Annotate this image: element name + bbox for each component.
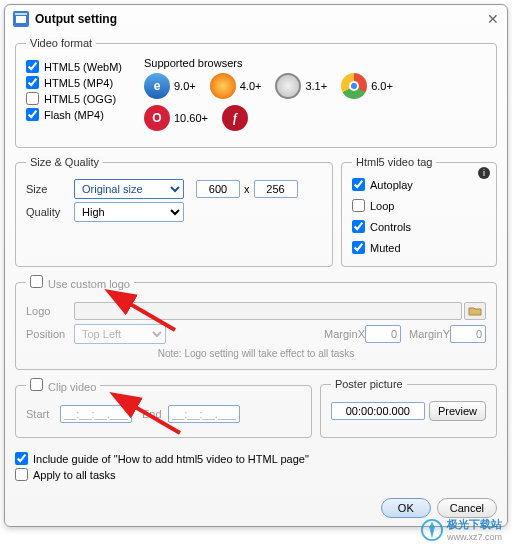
browse-icon xyxy=(464,302,486,320)
dialog-output-setting: Output setting ✕ Video format HTML5 (Web… xyxy=(4,4,508,527)
legend-clip-video: Clip video xyxy=(48,381,96,393)
info-icon[interactable]: i xyxy=(478,167,490,179)
watermark-url: www.xz7.com xyxy=(447,532,502,542)
legend-video-format: Video format xyxy=(26,37,96,49)
group-clip-video: Clip video Start End xyxy=(15,378,312,438)
input-marginy xyxy=(450,325,486,343)
label-quality: Quality xyxy=(26,206,74,218)
label-marginx: MarginX xyxy=(324,328,365,340)
legend-html5-tag: Html5 video tag xyxy=(352,156,436,168)
watermark: 极光下载站 www.xz7.com xyxy=(421,517,502,542)
checkbox-flash[interactable] xyxy=(26,108,39,121)
svg-rect-2 xyxy=(15,13,27,15)
select-quality[interactable]: High xyxy=(74,202,184,222)
checkbox-clip-video[interactable] xyxy=(30,378,43,391)
ok-button[interactable]: OK xyxy=(381,498,431,518)
checkbox-ogg[interactable] xyxy=(26,92,39,105)
input-start xyxy=(60,405,132,423)
dialog-title: Output setting xyxy=(35,12,117,26)
browsers-heading: Supported browsers xyxy=(144,57,486,69)
browser-row-1: e9.0+ 4.0+ 3.1+ 6.0+ xyxy=(144,73,486,99)
watermark-brand: 极光下载站 xyxy=(447,518,502,530)
cancel-button[interactable]: Cancel xyxy=(437,498,497,518)
checkbox-apply-all[interactable] xyxy=(15,468,28,481)
group-html5-tag: Html5 video tag i Autoplay Loop Controls… xyxy=(341,156,497,267)
legend-size-quality: Size & Quality xyxy=(26,156,103,168)
select-position: Top Left xyxy=(74,324,166,344)
label-x: x xyxy=(244,183,250,195)
svg-rect-1 xyxy=(16,16,26,23)
checkbox-include-guide[interactable] xyxy=(15,452,28,465)
input-poster-time[interactable] xyxy=(331,402,425,420)
label-end: End xyxy=(142,408,168,420)
browser-row-2: O10.60+ f xyxy=(144,105,486,131)
label-apply-all: Apply to all tasks xyxy=(33,469,116,481)
watermark-icon xyxy=(421,519,443,541)
label-include-guide: Include guide of "How to add html5 video… xyxy=(33,453,309,465)
input-width[interactable] xyxy=(196,180,240,198)
titlebar: Output setting ✕ xyxy=(5,5,507,29)
select-size[interactable]: Original size xyxy=(74,179,184,199)
ie-icon: e xyxy=(144,73,170,99)
preview-button[interactable]: Preview xyxy=(429,401,486,421)
group-size-quality: Size & Quality Size Original size x Qual… xyxy=(15,156,333,267)
label-mp4: HTML5 (MP4) xyxy=(44,77,113,89)
label-size: Size xyxy=(26,183,74,195)
legend-custom-logo: Use custom logo xyxy=(48,278,130,290)
close-icon[interactable]: ✕ xyxy=(487,11,499,27)
label-logo: Logo xyxy=(26,305,74,317)
checkbox-loop[interactable] xyxy=(352,199,365,212)
label-ogg: HTML5 (OGG) xyxy=(44,93,116,105)
input-end xyxy=(168,405,240,423)
input-height[interactable] xyxy=(254,180,298,198)
safari-icon xyxy=(275,73,301,99)
chrome-icon xyxy=(341,73,367,99)
group-poster-picture: Poster picture Preview xyxy=(320,378,497,438)
label-start: Start xyxy=(26,408,60,420)
checkbox-muted[interactable] xyxy=(352,241,365,254)
flash-icon: f xyxy=(222,105,248,131)
input-logo-path xyxy=(74,302,462,320)
group-custom-logo: Use custom logo Logo Position Top Left M… xyxy=(15,275,497,370)
checkbox-controls[interactable] xyxy=(352,220,365,233)
checkbox-use-custom-logo[interactable] xyxy=(30,275,43,288)
label-webm: HTML5 (WebM) xyxy=(44,61,122,73)
firefox-icon xyxy=(210,73,236,99)
logo-note: Note: Logo setting will take effect to a… xyxy=(26,348,486,359)
checkbox-mp4[interactable] xyxy=(26,76,39,89)
input-marginx xyxy=(365,325,401,343)
label-position: Position xyxy=(26,328,74,340)
label-marginy: MarginY xyxy=(409,328,450,340)
group-video-format: Video format HTML5 (WebM) HTML5 (MP4) HT… xyxy=(15,37,497,148)
legend-poster: Poster picture xyxy=(331,378,407,390)
app-icon xyxy=(13,11,29,27)
checkbox-autoplay[interactable] xyxy=(352,178,365,191)
opera-icon: O xyxy=(144,105,170,131)
checkbox-webm[interactable] xyxy=(26,60,39,73)
label-flash: Flash (MP4) xyxy=(44,109,104,121)
